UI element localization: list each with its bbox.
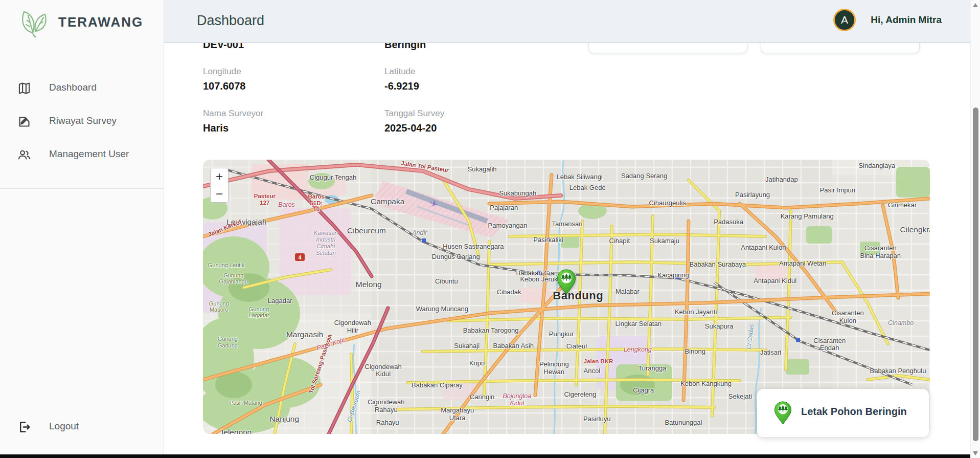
map-label: Antapani Kidul — [754, 277, 796, 285]
map-label: Pasir Impun — [820, 187, 855, 194]
map-label: Sukagalih — [467, 166, 496, 173]
latitude-label: Latitude — [384, 67, 416, 77]
map-section: ✈ — [203, 160, 930, 434]
map-label: Ciateul — [566, 343, 587, 351]
map-label: Babakan Tarogong — [463, 327, 519, 335]
map-label: Cigondewah Hilir — [334, 319, 371, 334]
sidebar-item-dashboard[interactable]: Dashboard — [0, 75, 164, 101]
tree-location-marker[interactable] — [556, 269, 577, 295]
map-label: Pasirluyu — [583, 415, 610, 423]
map-label: Padasuka — [714, 219, 743, 226]
map-label: Gunung Gadung — [218, 336, 238, 348]
map-label: Ancol — [584, 367, 601, 375]
map-label: Lebak Siliwangi — [556, 173, 602, 181]
map-label: Batununggal — [665, 419, 702, 427]
map-label: Cibadak — [497, 289, 521, 296]
map-label: Girimekar — [888, 202, 917, 209]
window-bottom-bar — [0, 454, 970, 458]
map-label: Kawasan Industri Cimahi Selatan — [314, 230, 338, 257]
surveyor-value: Haris — [203, 122, 229, 134]
map-label: Sukabungah — [499, 190, 536, 198]
map-label: Pasteur 127 — [254, 193, 276, 206]
sidebar-item-riwayat-survey[interactable]: Riwayat Survey — [0, 108, 164, 135]
map-label: Pasirkaliki — [533, 236, 563, 244]
top-header: Dashboard A Hi, Admin Mitra — [164, 0, 970, 43]
map-label: Gunung Másoro — [209, 300, 229, 313]
map-label: Sadang Serang — [621, 172, 667, 180]
scroll-up-arrow-icon[interactable] — [973, 3, 978, 7]
map-label: Cisaranten Bina Harapan — [860, 245, 901, 260]
map-label: Cisaranten Kulon — [832, 310, 864, 325]
scrollbar[interactable] — [970, 0, 980, 458]
map-label: Caringin — [470, 394, 494, 401]
survey-note-icon — [17, 115, 31, 128]
longitude-value: 107.6078 — [203, 80, 245, 92]
map-label: Bojongloa Kidul — [503, 392, 531, 407]
map-label: Campaka — [371, 197, 404, 206]
sidebar-item-label: Management User — [49, 148, 129, 160]
map-label: Baros 51D; 10 — [308, 193, 325, 213]
map-label: Tamansari — [552, 221, 582, 228]
map-label: Babakan Asih — [493, 342, 534, 350]
map-label: Binong — [685, 347, 705, 355]
map-icon — [17, 81, 31, 95]
marker-popup-label: Letak Pohon Beringin — [801, 406, 907, 418]
brand-name: TERAWANG — [58, 14, 143, 30]
map-label: Sindanglaya — [858, 162, 895, 170]
zoom-in-button[interactable]: + — [211, 168, 228, 185]
logout-icon — [17, 420, 31, 434]
map-label: Cihaurgeulis — [649, 200, 686, 207]
map-label: Sekejati — [728, 392, 752, 400]
map-label: Jatisari — [760, 349, 781, 357]
map-label: Antapani Wetan — [779, 259, 826, 267]
map-label: Cibuntu — [435, 278, 458, 286]
map-label: Babakan Surabaya — [689, 261, 746, 269]
map-label: Jalan BKR — [584, 358, 613, 365]
surveyor-label: Nama Surveyor — [203, 108, 263, 119]
sidebar-item-label: Riwayat Survey — [49, 115, 117, 126]
scrollbar-thumb[interactable] — [973, 107, 978, 441]
map-label: Cihapit — [609, 237, 630, 245]
sidebar-item-management-user[interactable]: Management User — [0, 141, 164, 168]
map-label: Lebak Gede — [569, 184, 606, 192]
brand-logo: TERAWANG — [18, 6, 156, 38]
map-label: Kopo — [469, 360, 485, 367]
zoom-out-button[interactable]: − — [211, 185, 228, 202]
map-label: Andir — [412, 229, 427, 236]
map-label: Pasir Malang — [230, 400, 262, 406]
map-label: Cigereleng — [564, 391, 597, 399]
map-label: Cigondewah Rahayu — [368, 399, 404, 414]
people-icon — [17, 148, 31, 162]
map-label: Pajajaran — [490, 204, 518, 212]
marker-popup-card: Letak Pohon Beringin — [757, 389, 929, 437]
map-label: Babakan Penghulu — [870, 367, 926, 375]
map-label: Sukamaju — [650, 237, 679, 245]
map-label: Cilengkrang — [900, 225, 930, 234]
map-label: Baros — [278, 201, 295, 208]
map-label: Warung Muncang — [416, 305, 468, 313]
map-label: Pelindung Hewan — [539, 361, 569, 376]
map-label: Malabar — [616, 288, 640, 296]
leaves-icon — [18, 7, 51, 38]
map-label: Jelegong — [220, 428, 252, 434]
map-label: Sukahaji — [454, 342, 480, 350]
user-chip: A Hi, Admin Mitra — [799, 9, 942, 33]
latitude-value: -6.9219 — [384, 80, 419, 92]
map-label: Gunung Leutik — [208, 262, 245, 268]
map-label: Husen Sastranegara — [443, 243, 504, 251]
map-label: Antapani Kulon — [741, 244, 786, 252]
map-label: Ci-Beureum — [346, 390, 362, 423]
map-label: Nanjung — [269, 415, 299, 423]
avatar[interactable]: A — [833, 9, 856, 31]
logout-button[interactable]: Logout — [0, 415, 164, 439]
map-label: Kacapiring — [657, 271, 689, 279]
sidebar: TERAWANG Dashboard Riwayat Survey Manage… — [0, 0, 164, 454]
map-label: Kebon Kangkung — [680, 380, 732, 388]
survey-date-value: 2025-04-20 — [384, 122, 437, 134]
user-greeting: Hi, Admin Mitra — [871, 14, 942, 26]
map-label: Lingkar Selatan — [616, 320, 662, 328]
scroll-down-arrow-icon[interactable] — [973, 451, 978, 455]
map-zoom-control: + − — [210, 168, 229, 203]
map-label: Lagadar — [268, 297, 292, 305]
map-label: Jalan Kerkof — [207, 219, 242, 238]
